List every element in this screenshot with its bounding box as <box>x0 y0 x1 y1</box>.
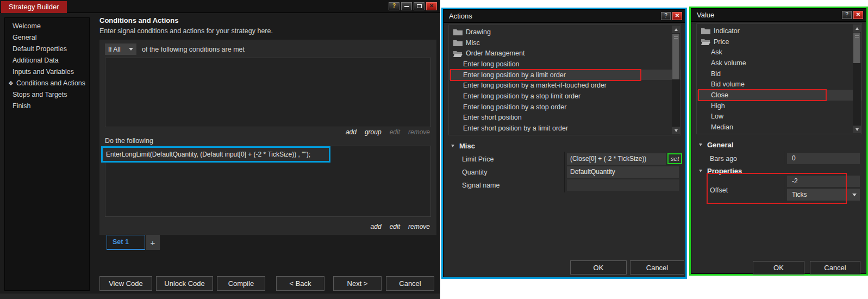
conditions-list[interactable] <box>105 58 431 127</box>
group-label: Misc <box>459 142 475 150</box>
tree-item-order-management[interactable]: Order Management <box>449 48 680 59</box>
scrollbar[interactable] <box>672 26 680 134</box>
tree-item-label: Enter long position by a market-if-touch… <box>463 82 607 89</box>
actions-links: add edit remove <box>371 223 430 231</box>
dialog-titlebar[interactable]: Value ? ✕ <box>691 9 866 22</box>
tree-item-ask-volume[interactable]: Ask volume <box>697 58 861 68</box>
maximize-icon[interactable] <box>414 2 424 10</box>
cancel-button[interactable]: Cancel <box>386 276 434 291</box>
help-icon[interactable]: ? <box>389 2 399 10</box>
add-condition-link[interactable]: add <box>346 128 357 136</box>
tree-item-label: High <box>711 102 725 110</box>
sidebar-item-conditions-actions[interactable]: ❖Conditions and Actions <box>5 78 89 89</box>
tree-item-enter-long-stop-limit[interactable]: Enter long position by a stop limit orde… <box>449 91 680 102</box>
tree-item-misc[interactable]: Misc <box>449 38 680 48</box>
sidebar-item-inputs-variables[interactable]: Inputs and Variables <box>5 66 89 78</box>
back-button[interactable]: < Back <box>276 276 324 291</box>
collapse-triangle-icon <box>699 170 702 172</box>
tree-item-bid-volume[interactable]: Bid volume <box>697 79 861 90</box>
close-icon[interactable]: ✕ <box>426 2 437 10</box>
edit-action-link[interactable]: edit <box>390 223 400 231</box>
titlebar[interactable]: Strategy Builder ? ✕ <box>0 0 440 13</box>
tree-item-drawing[interactable]: Drawing <box>449 27 680 38</box>
sidebar-item-general[interactable]: General <box>5 32 89 43</box>
scroll-up-icon[interactable] <box>672 26 680 33</box>
group-header-misc[interactable]: Misc <box>451 142 475 150</box>
tree-item-high[interactable]: High <box>697 101 861 111</box>
tree-item-bid[interactable]: Bid <box>697 68 861 79</box>
group-condition-link[interactable]: group <box>365 128 382 136</box>
add-action-link[interactable]: add <box>371 223 382 231</box>
signal-name-field[interactable] <box>567 179 679 191</box>
ok-button[interactable]: OK <box>753 261 804 275</box>
view-code-button[interactable]: View Code <box>99 276 152 291</box>
tree-item-label: Low <box>711 113 723 120</box>
tree-item-indicator[interactable]: Indicator <box>697 26 861 36</box>
scroll-down-icon[interactable] <box>853 126 861 133</box>
tree-item-enter-short[interactable]: Enter short position <box>449 113 680 123</box>
dialog-actions: Actions ? ✕ Drawing Misc Order Managemen… <box>443 9 685 277</box>
tree-item-enter-long-limit[interactable]: Enter long position by a limit order <box>449 70 680 80</box>
actions-tree: Drawing Misc Order Management Enter long… <box>448 24 681 135</box>
minimize-icon[interactable] <box>401 2 412 10</box>
scrollbar[interactable] <box>853 24 861 133</box>
bars-ago-field[interactable]: 0 <box>787 153 860 164</box>
tree-item-label: Bid <box>711 70 721 78</box>
group-header-properties[interactable]: Properties <box>699 167 742 175</box>
offset-label: Offset <box>710 186 728 194</box>
help-icon[interactable]: ? <box>842 11 852 19</box>
screenshot-stage: Strategy Builder ? ✕ Welcome General Def… <box>0 0 868 299</box>
sidebar-item-additional-data[interactable]: Additional Data <box>5 55 89 66</box>
current-step-icon: ❖ <box>8 80 14 86</box>
sidebar-item-default-properties[interactable]: Default Properties <box>5 43 89 55</box>
group-header-general[interactable]: General <box>699 141 733 149</box>
close-icon[interactable]: ✕ <box>853 11 863 19</box>
tree-item-enter-long-stop[interactable]: Enter long position by a stop order <box>449 102 680 113</box>
tree-item-enter-long-mit[interactable]: Enter long position by a market-if-touch… <box>449 80 680 91</box>
tree-item-label: Order Management <box>466 49 524 57</box>
conditions-panel: If All of the following conditions are m… <box>99 40 436 235</box>
next-button[interactable]: Next > <box>333 276 382 291</box>
tree-item-median[interactable]: Median <box>697 122 861 133</box>
ok-button[interactable]: OK <box>570 260 627 275</box>
sidebar-item-welcome[interactable]: Welcome <box>5 21 89 32</box>
condition-mode-dropdown[interactable]: If All <box>105 43 136 55</box>
folder-icon <box>453 28 463 35</box>
tree-item-ask[interactable]: Ask <box>697 47 861 58</box>
quantity-field[interactable]: DefaultQuantity <box>567 166 679 178</box>
close-icon[interactable]: ✕ <box>672 12 682 20</box>
sidebar-item-finish[interactable]: Finish <box>5 101 89 112</box>
add-set-tab-button[interactable]: + <box>146 235 160 250</box>
unlock-code-button[interactable]: Unlock Code <box>156 276 213 291</box>
actions-list[interactable] <box>105 146 431 217</box>
tree-item-enter-long[interactable]: Enter long position <box>449 59 680 70</box>
compile-button[interactable]: Compile <box>217 276 265 291</box>
scrollbar-thumb[interactable] <box>672 34 679 79</box>
help-icon[interactable]: ? <box>661 12 671 20</box>
condition-suffix-text: of the following conditions are met <box>142 46 245 53</box>
edit-condition-link[interactable]: edit <box>390 128 400 136</box>
remove-condition-link[interactable]: remove <box>408 128 430 136</box>
sidebar-item-stops-targets[interactable]: Stops and Targets <box>5 89 89 101</box>
tab-set-1[interactable]: Set 1 <box>107 235 145 250</box>
limit-price-field[interactable]: (Close[0] + (-2 * TickSize)) <box>567 153 666 165</box>
tree-item-close[interactable]: Close <box>697 90 861 101</box>
tree-item-enter-short-limit[interactable]: Enter short position by a limit order <box>449 123 680 134</box>
do-following-label: Do the following <box>105 137 153 145</box>
scroll-down-icon[interactable] <box>672 127 680 134</box>
group-label: Properties <box>707 167 742 175</box>
offset-unit-dropdown[interactable]: Ticks <box>787 189 860 201</box>
tree-item-label: Misc <box>466 39 480 47</box>
offset-value-field[interactable]: -2 <box>787 176 860 187</box>
scroll-up-icon[interactable] <box>853 24 861 32</box>
dialog-titlebar[interactable]: Actions ? ✕ <box>444 10 685 23</box>
window-bottom-edge <box>0 294 440 299</box>
tree-item-low[interactable]: Low <box>697 111 861 122</box>
set-button[interactable]: set <box>667 153 682 164</box>
cancel-button[interactable]: Cancel <box>630 260 684 275</box>
limit-price-label: Limit Price <box>462 155 494 163</box>
remove-action-link[interactable]: remove <box>408 223 430 231</box>
cancel-button[interactable]: Cancel <box>810 261 860 275</box>
tree-item-price[interactable]: Price <box>697 36 861 47</box>
scrollbar-thumb[interactable] <box>853 33 860 63</box>
